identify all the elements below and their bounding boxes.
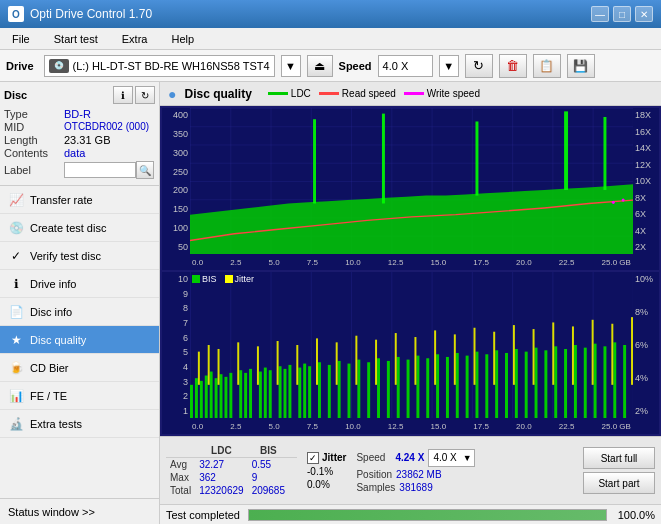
position-label: Position bbox=[356, 469, 392, 480]
svg-rect-44 bbox=[397, 357, 400, 418]
speed-dropdown-select[interactable]: 4.0 X ▼ bbox=[428, 449, 474, 467]
menu-extra[interactable]: Extra bbox=[114, 31, 156, 47]
minimize-button[interactable]: — bbox=[591, 6, 609, 22]
svg-rect-50 bbox=[456, 353, 459, 418]
jitter-checkbox[interactable]: ✓ bbox=[307, 452, 319, 464]
menu-file[interactable]: File bbox=[4, 31, 38, 47]
svg-rect-22 bbox=[224, 377, 227, 418]
speed-stat-label: Speed bbox=[356, 452, 391, 463]
svg-point-11 bbox=[622, 198, 625, 201]
svg-rect-73 bbox=[277, 341, 279, 385]
svg-rect-63 bbox=[584, 348, 587, 418]
speed-dropdown-arrow[interactable]: ▼ bbox=[439, 55, 459, 77]
fe-te-icon: 📊 bbox=[8, 388, 24, 404]
svg-rect-81 bbox=[434, 330, 436, 384]
svg-rect-60 bbox=[554, 346, 557, 418]
disc-label-input[interactable] bbox=[64, 162, 136, 178]
svg-rect-64 bbox=[594, 344, 597, 418]
svg-rect-28 bbox=[264, 368, 267, 418]
drive-select[interactable]: 💿 (L:) HL-DT-ST BD-RE WH16NS58 TST4 bbox=[44, 55, 275, 77]
disc-label-search-btn[interactable]: 🔍 bbox=[136, 161, 154, 179]
drive-label: Drive bbox=[6, 60, 34, 72]
total-ldc: 12320629 bbox=[195, 484, 248, 497]
speed-select[interactable]: 4.0 X bbox=[378, 55, 433, 77]
svg-rect-88 bbox=[572, 326, 574, 384]
menu-start-test[interactable]: Start test bbox=[46, 31, 106, 47]
svg-rect-85 bbox=[513, 325, 515, 385]
svg-rect-30 bbox=[279, 366, 282, 418]
svg-rect-52 bbox=[475, 352, 478, 418]
save-button[interactable]: 💾 bbox=[567, 54, 595, 78]
svg-rect-55 bbox=[505, 353, 508, 418]
close-button[interactable]: ✕ bbox=[635, 6, 653, 22]
svg-point-12 bbox=[612, 201, 615, 204]
legend-ldc: LDC bbox=[268, 88, 311, 99]
svg-rect-36 bbox=[318, 362, 321, 418]
svg-rect-32 bbox=[288, 365, 291, 418]
status-text: Test completed bbox=[166, 509, 240, 521]
erase-button[interactable]: 🗑 bbox=[499, 54, 527, 78]
sidebar-item-transfer-rate[interactable]: 📈 Transfer rate bbox=[0, 186, 159, 214]
svg-rect-43 bbox=[387, 361, 390, 418]
chart-legend: LDC Read speed Write speed bbox=[268, 88, 480, 99]
svg-rect-67 bbox=[623, 345, 626, 418]
disc-info-icon: 📄 bbox=[8, 304, 24, 320]
disc-info-btn[interactable]: ℹ bbox=[113, 86, 133, 104]
sidebar-item-fe-te[interactable]: 📊 FE / TE bbox=[0, 382, 159, 410]
disc-refresh-btn[interactable]: ↻ bbox=[135, 86, 155, 104]
svg-rect-39 bbox=[348, 364, 351, 418]
svg-rect-10 bbox=[603, 117, 606, 190]
svg-rect-17 bbox=[200, 381, 203, 418]
legend-write: Write speed bbox=[404, 88, 480, 99]
svg-rect-53 bbox=[485, 354, 488, 418]
sidebar-item-cd-bier[interactable]: 🍺 CD Bier bbox=[0, 354, 159, 382]
verify-test-icon: ✓ bbox=[8, 248, 24, 264]
jitter-label: Jitter bbox=[322, 452, 346, 463]
svg-rect-16 bbox=[195, 378, 198, 418]
refresh-button[interactable]: ↻ bbox=[465, 54, 493, 78]
status-window-button[interactable]: Status window >> bbox=[0, 498, 159, 524]
drive-icon: 💿 bbox=[49, 59, 69, 73]
stats-row-total: Total 12320629 209685 bbox=[166, 484, 297, 497]
menu-help[interactable]: Help bbox=[163, 31, 202, 47]
sidebar-item-disc-quality[interactable]: ★ Disc quality bbox=[0, 326, 159, 354]
avg-bis: 0.55 bbox=[248, 458, 289, 472]
svg-rect-75 bbox=[316, 338, 318, 384]
maximize-button[interactable]: □ bbox=[613, 6, 631, 22]
charts-area: 400 350 300 250 200 150 100 50 18X 16X 1… bbox=[160, 106, 661, 436]
copy-button[interactable]: 📋 bbox=[533, 54, 561, 78]
extra-tests-icon: 🔬 bbox=[8, 416, 24, 432]
svg-rect-29 bbox=[269, 370, 272, 418]
svg-rect-69 bbox=[208, 345, 210, 385]
title-bar: O Opti Drive Control 1.70 — □ ✕ bbox=[0, 0, 661, 28]
svg-rect-76 bbox=[336, 342, 338, 384]
svg-rect-62 bbox=[574, 345, 577, 418]
sidebar-item-verify-test-disc[interactable]: ✓ Verify test disc bbox=[0, 242, 159, 270]
sidebar-item-drive-info[interactable]: ℹ Drive info bbox=[0, 270, 159, 298]
drive-dropdown-arrow[interactable]: ▼ bbox=[281, 55, 301, 77]
svg-rect-71 bbox=[237, 342, 239, 384]
svg-rect-6 bbox=[313, 119, 316, 203]
svg-rect-51 bbox=[466, 356, 469, 418]
svg-rect-23 bbox=[229, 373, 232, 418]
start-full-button[interactable]: Start full bbox=[583, 447, 655, 469]
svg-rect-84 bbox=[493, 332, 495, 385]
speed-section: Speed 4.24 X 4.0 X ▼ Position 23862 MB S… bbox=[356, 449, 474, 493]
svg-rect-21 bbox=[220, 374, 223, 418]
samples-label: Samples bbox=[356, 482, 395, 493]
eject-button[interactable]: ⏏ bbox=[307, 55, 333, 77]
sidebar-item-create-test-disc[interactable]: 💿 Create test disc bbox=[0, 214, 159, 242]
action-buttons: Start full Start part bbox=[583, 447, 655, 494]
svg-rect-45 bbox=[407, 360, 410, 418]
svg-rect-57 bbox=[525, 352, 528, 418]
svg-rect-87 bbox=[552, 322, 554, 384]
start-part-button[interactable]: Start part bbox=[583, 472, 655, 494]
svg-rect-66 bbox=[613, 342, 616, 418]
sidebar-item-disc-info[interactable]: 📄 Disc info bbox=[0, 298, 159, 326]
top-chart-area bbox=[190, 108, 633, 254]
svg-rect-89 bbox=[592, 320, 594, 385]
progress-percent: 100.0% bbox=[615, 509, 655, 521]
stats-row-avg: Avg 32.27 0.55 bbox=[166, 458, 297, 472]
sidebar-item-extra-tests[interactable]: 🔬 Extra tests bbox=[0, 410, 159, 438]
svg-rect-48 bbox=[436, 354, 439, 418]
